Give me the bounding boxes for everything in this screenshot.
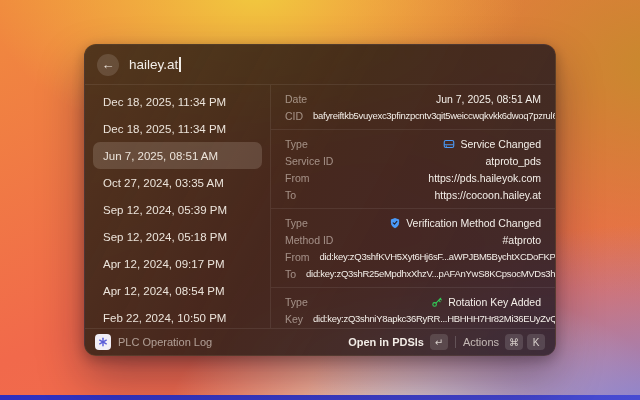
detail-row: Tohttps://cocoon.hailey.at [285, 186, 541, 203]
timeline-item-label: Jun 7, 2025, 08:51 AM [103, 150, 218, 162]
actions-button[interactable]: Actions ⌘K [463, 334, 545, 350]
plc-operation-log-window: ← hailey.at Dec 18, 2025, 11:34 PMDec 18… [84, 44, 556, 356]
detail-value-text: Verification Method Changed [406, 217, 541, 229]
detail-value-text: atproto_pds [486, 155, 541, 167]
detail-row: Service IDatproto_pds [285, 152, 541, 169]
key-badge: K [527, 334, 545, 350]
back-arrow-icon: ← [102, 58, 115, 71]
timeline-item-label: Feb 22, 2024, 10:50 PM [103, 312, 226, 324]
timeline-item-label: Apr 12, 2024, 08:54 PM [103, 285, 224, 297]
detail-label: To [285, 268, 296, 280]
detail-value: did:key:zQ3shniY8apkc36RyRR...HBHHH7Hr82… [313, 313, 541, 324]
detail-row: CIDbafyreiftkb5vuyexc3pfinzpcntv3qit5wei… [285, 107, 541, 124]
search-header: ← hailey.at [85, 45, 555, 85]
detail-value: https://cocoon.hailey.at [434, 189, 541, 201]
detail-value-text: bafyreiftkb5vuyexc3pfinzpcntv3qit5weiccw… [313, 110, 556, 121]
text-caret [179, 57, 181, 72]
timeline-item-label: Dec 18, 2025, 11:34 PM [103, 96, 226, 108]
detail-value-text: Jun 7, 2025, 08:51 AM [436, 93, 541, 105]
search-query-text: hailey.at [129, 57, 178, 72]
timeline-item[interactable]: Apr 12, 2024, 09:17 PM [93, 250, 262, 277]
desktop-bottom-strip [0, 395, 640, 400]
timeline-item[interactable]: Oct 27, 2024, 03:35 AM [93, 169, 262, 196]
detail-value: Service Changed [443, 138, 541, 150]
footer-divider [455, 336, 456, 348]
detail-label: Date [285, 93, 307, 105]
drive-icon [443, 138, 455, 150]
detail-label: Method ID [285, 234, 333, 246]
section-divider [271, 208, 555, 209]
detail-label: CID [285, 110, 303, 122]
detail-value-text: https://cocoon.hailey.at [434, 189, 541, 201]
detail-row: DateJun 7, 2025, 08:51 AM [285, 90, 541, 107]
detail-row: Keydid:key:zQ3shniY8apkc36RyRR...HBHHH7H… [285, 310, 541, 327]
timeline-item-label: Sep 12, 2024, 05:18 PM [103, 231, 227, 243]
actions-label: Actions [463, 336, 499, 348]
detail-value: https://pds.haileyok.com [428, 172, 541, 184]
detail-label: Key [285, 313, 303, 325]
timeline-item[interactable]: Dec 18, 2025, 11:34 PM [93, 88, 262, 115]
detail-value: Jun 7, 2025, 08:51 AM [436, 93, 541, 105]
detail-value-text: #atproto [502, 234, 541, 246]
detail-row: Method ID#atproto [285, 231, 541, 248]
detail-value-text: did:key:zQ3shfKVH5Xyt6Hj6sF...aWPJBM5Byc… [320, 251, 557, 262]
timeline-item[interactable]: Feb 22, 2024, 10:50 PM [93, 304, 262, 331]
footer-bar: PLC Operation Log Open in PDSls ↵ Action… [85, 328, 555, 355]
detail-row: Todid:key:zQ3shR25eMpdhxXhzV...pAFAnYwS8… [285, 265, 541, 282]
open-in-pdsls-label: Open in PDSls [348, 336, 424, 348]
detail-value: did:key:zQ3shfKVH5Xyt6Hj6sF...aWPJBM5Byc… [320, 251, 542, 262]
shield-icon [389, 217, 401, 229]
detail-label: Type [285, 296, 308, 308]
detail-value: Rotation Key Added [431, 296, 541, 308]
detail-row: TypeVerification Method Changed [285, 214, 541, 231]
detail-panel: DateJun 7, 2025, 08:51 AMCIDbafyreiftkb5… [271, 85, 555, 328]
detail-label: Type [285, 217, 308, 229]
section-divider [271, 287, 555, 288]
detail-label: To [285, 189, 296, 201]
detail-value: did:key:zQ3shR25eMpdhxXhzV...pAFAnYwS8KC… [306, 268, 541, 279]
detail-section: TypeService ChangedService IDatproto_pds… [285, 135, 541, 203]
timeline-item-label: Sep 12, 2024, 05:39 PM [103, 204, 227, 216]
enter-key-badge: ↵ [430, 334, 448, 350]
window-body: Dec 18, 2025, 11:34 PMDec 18, 2025, 11:3… [85, 85, 555, 328]
detail-value: #atproto [502, 234, 541, 246]
detail-section: TypeVerification Method ChangedMethod ID… [285, 214, 541, 282]
detail-row: TypeRotation Key Added [285, 293, 541, 310]
plc-app-icon [95, 334, 111, 350]
detail-section: TypeRotation Key AddedKeydid:key:zQ3shni… [285, 293, 541, 327]
detail-row: Fromdid:key:zQ3shfKVH5Xyt6Hj6sF...aWPJBM… [285, 248, 541, 265]
back-button[interactable]: ← [97, 54, 119, 76]
app-name-label: PLC Operation Log [118, 336, 212, 348]
actions-keys: ⌘K [505, 334, 545, 350]
detail-value-text: did:key:zQ3shniY8apkc36RyRR...HBHHH7Hr82… [313, 313, 556, 324]
detail-section: DateJun 7, 2025, 08:51 AMCIDbafyreiftkb5… [285, 90, 541, 124]
detail-label: From [285, 172, 310, 184]
detail-value-text: did:key:zQ3shR25eMpdhxXhzV...pAFAnYwS8KC… [306, 268, 556, 279]
detail-label: Service ID [285, 155, 333, 167]
detail-label: From [285, 251, 310, 263]
detail-value: Verification Method Changed [389, 217, 541, 229]
section-divider [271, 129, 555, 130]
timeline-item[interactable]: Jun 7, 2025, 08:51 AM [93, 142, 262, 169]
timeline-item-label: Oct 27, 2024, 03:35 AM [103, 177, 224, 189]
detail-value-text: https://pds.haileyok.com [428, 172, 541, 184]
timeline-list: Dec 18, 2025, 11:34 PMDec 18, 2025, 11:3… [85, 85, 271, 328]
detail-value: bafyreiftkb5vuyexc3pfinzpcntv3qit5weiccw… [313, 110, 541, 121]
open-in-pdsls-button[interactable]: Open in PDSls ↵ [348, 334, 448, 350]
detail-row: TypeService Changed [285, 135, 541, 152]
detail-label: Type [285, 138, 308, 150]
detail-value: atproto_pds [486, 155, 541, 167]
key-icon [431, 296, 443, 308]
timeline-item[interactable]: Dec 18, 2025, 11:34 PM [93, 115, 262, 142]
detail-row: Fromhttps://pds.haileyok.com [285, 169, 541, 186]
timeline-item-label: Dec 18, 2025, 11:34 PM [103, 123, 226, 135]
search-input[interactable]: hailey.at [129, 57, 181, 72]
timeline-item[interactable]: Apr 12, 2024, 08:54 PM [93, 277, 262, 304]
timeline-item[interactable]: Sep 12, 2024, 05:39 PM [93, 196, 262, 223]
detail-value-text: Service Changed [460, 138, 541, 150]
timeline-item-label: Apr 12, 2024, 09:17 PM [103, 258, 224, 270]
timeline-item[interactable]: Sep 12, 2024, 05:18 PM [93, 223, 262, 250]
detail-value-text: Rotation Key Added [448, 296, 541, 308]
key-badge: ⌘ [505, 334, 523, 350]
